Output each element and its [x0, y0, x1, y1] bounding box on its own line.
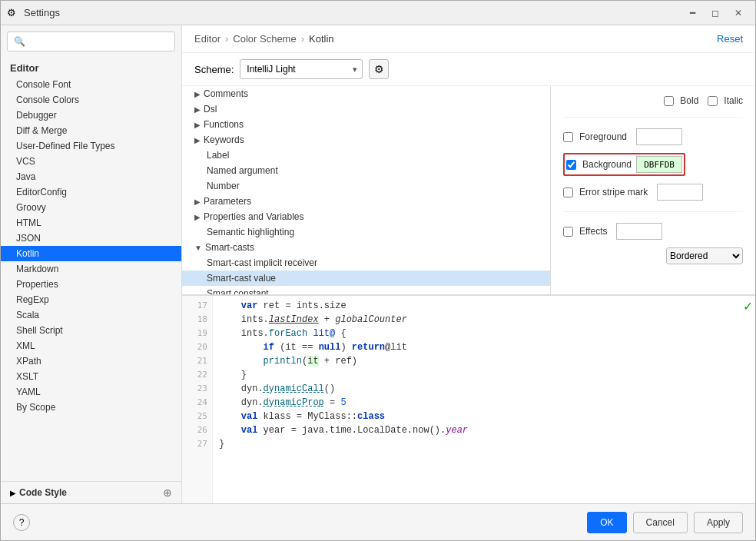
tree-item-parameters[interactable]: ▶Parameters	[182, 194, 550, 209]
arrow-icon: ▶	[194, 121, 201, 129]
sidebar-section-label: Editor	[1, 58, 181, 77]
sidebar-item-shell-script[interactable]: Shell Script	[1, 323, 181, 338]
background-color-box[interactable]: DBFFDB	[636, 156, 682, 173]
foreground-check-row[interactable]: Foreground	[563, 131, 627, 142]
effects-color-box[interactable]	[616, 223, 662, 240]
search-box	[7, 32, 175, 51]
apply-button[interactable]: Apply	[694, 512, 743, 533]
code-line-25: val klass = MyClass::class	[219, 410, 737, 423]
sidebar-item-scala[interactable]: Scala	[1, 307, 181, 323]
italic-check-row[interactable]: Italic	[708, 95, 743, 106]
sidebar-item-markdown[interactable]: Markdown	[1, 261, 181, 277]
sidebar-item-kotlin[interactable]: Kotlin	[1, 246, 181, 261]
sidebar-item-groovy[interactable]: Groovy	[1, 200, 181, 215]
reset-button[interactable]: Reset	[717, 33, 743, 45]
sidebar-item-json[interactable]: JSON	[1, 231, 181, 246]
tree-item-semantic[interactable]: Semantic highlighting	[182, 224, 550, 240]
divider2	[563, 211, 743, 212]
tree-item-number[interactable]: Number	[182, 178, 550, 194]
breadcrumb-color-scheme[interactable]: Color Scheme	[233, 33, 296, 45]
sidebar-item-editorconfig[interactable]: EditorConfig	[1, 184, 181, 200]
tree-item-smart-casts[interactable]: ▼Smart-casts	[182, 240, 550, 255]
breadcrumb: Editor › Color Scheme › Kotlin Reset	[182, 25, 755, 53]
sidebar-item-java[interactable]: Java	[1, 169, 181, 184]
sidebar-item-xml[interactable]: XML	[1, 338, 181, 353]
sidebar-item-yaml[interactable]: YAML	[1, 384, 181, 400]
error-stripe-color-box[interactable]	[657, 184, 703, 201]
line-num-25: 25	[182, 410, 212, 423]
tree-item-comments[interactable]: ▶Comments	[182, 86, 550, 101]
code-preview: 17 18 19 20 21 22 23 24 25 26 27 var ret…	[182, 295, 755, 503]
code-line-18: ints.lastIndex + globalCounter	[219, 313, 737, 327]
scheme-gear-button[interactable]: ⚙	[369, 59, 389, 79]
tree-item-label[interactable]: Label	[182, 148, 550, 163]
breadcrumb-editor[interactable]: Editor	[194, 33, 220, 45]
help-button[interactable]: ?	[13, 514, 30, 531]
arrow-icon: ▶	[194, 90, 201, 98]
ok-button[interactable]: OK	[587, 512, 626, 533]
breadcrumb-sep2: ›	[301, 33, 304, 45]
sidebar-item-debugger[interactable]: Debugger	[1, 108, 181, 123]
background-color-value: DBFFDB	[644, 160, 675, 170]
sidebar-item-xslt[interactable]: XSLT	[1, 369, 181, 384]
tree-item-named-argument[interactable]: Named argument	[182, 163, 550, 178]
sidebar-item-xpath[interactable]: XPath	[1, 353, 181, 369]
search-input[interactable]	[7, 32, 175, 51]
tree-item-smart-cast-value[interactable]: Smart-cast value	[182, 270, 550, 286]
bold-checkbox[interactable]	[664, 96, 674, 106]
tree-item-properties[interactable]: ▶Properties and Variables	[182, 209, 550, 224]
sidebar-item-regexp[interactable]: RegExp	[1, 292, 181, 307]
sidebar-item-properties[interactable]: Properties	[1, 277, 181, 292]
italic-checkbox[interactable]	[708, 96, 718, 106]
error-stripe-check-row[interactable]: Error stripe mark	[563, 187, 648, 197]
background-check-row[interactable]: Background	[566, 159, 632, 170]
maximize-button[interactable]: ◻	[705, 5, 726, 22]
foreground-checkbox[interactable]	[563, 132, 573, 142]
sidebar-item-user-defined[interactable]: User-Defined File Types	[1, 138, 181, 154]
sidebar-item-vcs[interactable]: VCS	[1, 154, 181, 169]
foreground-color-box[interactable]	[636, 128, 682, 145]
code-preview-area: 17 18 19 20 21 22 23 24 25 26 27 var ret…	[182, 294, 755, 503]
effects-checkbox[interactable]	[563, 227, 573, 237]
app-icon: ⚙	[7, 7, 19, 19]
code-line-19: ints.forEach lit@ {	[219, 327, 737, 340]
add-scope-icon: ⊕	[163, 486, 172, 499]
divider1	[563, 117, 743, 118]
sidebar-item-console-font[interactable]: Console Font	[1, 77, 181, 92]
effects-type-select[interactable]: Bordered Underline Box	[666, 247, 743, 264]
line-num-19: 19	[182, 327, 212, 340]
bold-check-row[interactable]: Bold	[664, 95, 698, 106]
tree-panel: ▶Comments ▶Dsl ▶Functions ▶Keywords Labe…	[182, 86, 551, 294]
line-num-20: 20	[182, 340, 212, 354]
content-area: Editor Console Font Console Colors Debug…	[1, 25, 755, 503]
tree-item-keywords[interactable]: ▶Keywords	[182, 132, 550, 148]
close-button[interactable]: ✕	[728, 5, 749, 22]
error-stripe-checkbox[interactable]	[563, 188, 573, 197]
background-row: Background DBFFDB	[563, 153, 743, 176]
line-num-22: 22	[182, 368, 212, 382]
sidebar-item-console-colors[interactable]: Console Colors	[1, 92, 181, 108]
scheme-select[interactable]: IntelliJ Light Default Darcula High cont…	[240, 59, 363, 79]
sidebar-item-html[interactable]: HTML	[1, 215, 181, 231]
scheme-select-wrap: IntelliJ Light Default Darcula High cont…	[240, 59, 363, 79]
background-checkbox[interactable]	[566, 160, 576, 170]
error-stripe-row: Error stripe mark	[563, 184, 743, 201]
effects-type-row: Bordered Underline Box	[563, 247, 743, 264]
sidebar-item-diff-merge[interactable]: Diff & Merge	[1, 123, 181, 138]
line-num-24: 24	[182, 396, 212, 410]
main-panel: Editor › Color Scheme › Kotlin Reset Sch…	[182, 25, 755, 503]
breadcrumb-kotlin[interactable]: Kotlin	[309, 33, 334, 45]
cancel-button[interactable]: Cancel	[633, 512, 688, 533]
minimize-button[interactable]: ━	[681, 5, 703, 22]
effects-check-row[interactable]: Effects	[563, 226, 607, 237]
tree-item-smart-cast-implicit[interactable]: Smart-cast implicit receiver	[182, 255, 550, 270]
sidebar-footer-code-style[interactable]: ▶ Code Style ⊕	[1, 481, 181, 503]
tree-item-dsl[interactable]: ▶Dsl	[182, 101, 550, 117]
sidebar-item-by-scope[interactable]: By Scope	[1, 400, 181, 415]
window-controls: ━ ◻ ✕	[681, 5, 749, 22]
tree-item-functions[interactable]: ▶Functions	[182, 117, 550, 132]
sidebar: Editor Console Font Console Colors Debug…	[1, 25, 182, 503]
tree-item-smart-constant[interactable]: Smart constant	[182, 286, 550, 294]
code-line-21: println(it + ref)	[219, 354, 737, 368]
line-num-18: 18	[182, 313, 212, 327]
